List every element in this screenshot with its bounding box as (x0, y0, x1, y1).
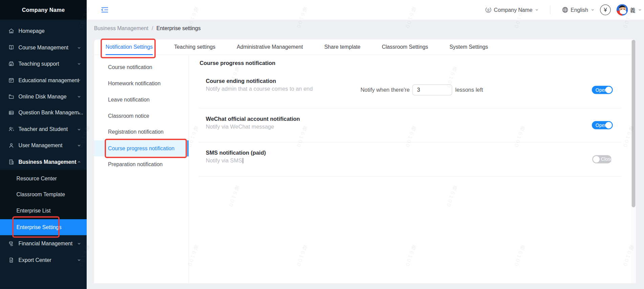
tab-administrative-management[interactable]: Administrative Management (237, 39, 303, 54)
sidebar-item-financial-management[interactable]: Financial Management (0, 235, 87, 251)
tab-classroom-settings[interactable]: Classroom Settings (382, 39, 428, 54)
sidebar-item-label: Online Disk Manage (19, 93, 67, 99)
sidebar-item-label: User Management (19, 142, 63, 149)
sidebar-logo: Company Name (0, 0, 87, 20)
avatar (617, 4, 628, 16)
subnav-label: Homework notification (108, 80, 160, 86)
text-cursor (242, 158, 243, 163)
enterprise-icon: 企 (485, 6, 492, 13)
toggle-knob (605, 86, 612, 93)
subnav-label: Course notification (108, 64, 152, 70)
notification-content: Course progress notification Course endi… (189, 55, 636, 283)
subnav-label: Preparation notification (108, 161, 163, 168)
sidebar-item-label: Export Center (19, 257, 51, 263)
tab-system-settings[interactable]: System Settings (450, 39, 488, 54)
setting-title: SMS notification (paid) (198, 142, 621, 156)
sidebar-subitem-label: Resource Center (17, 175, 57, 181)
language-selector[interactable]: English (562, 6, 594, 13)
sidebar-item-label: Teacher and Student (19, 126, 68, 132)
chevron-down-icon (77, 79, 81, 82)
scrollbar-track (631, 39, 636, 283)
tab-label: System Settings (450, 44, 488, 50)
notify-prefix-label: Notify when there're (361, 87, 410, 93)
breadcrumb-separator: / (152, 25, 153, 31)
sidebar-item-label: Homepage (19, 28, 45, 34)
chevron-down-icon (77, 242, 81, 246)
sidebar-subitem-label: Enterprise List (17, 208, 51, 214)
setting-title: Course ending notification (198, 71, 621, 84)
subnav-label: Course progress notification (108, 145, 174, 151)
setting-row-wechat: WeChat official account notification Not… (198, 108, 621, 142)
sidebar-item-teaching-support[interactable]: Teaching support (0, 55, 87, 72)
sidebar-menu: Homepage Course Management Teaching supp… (0, 20, 87, 268)
sidebar-item-label: Course Management (19, 44, 68, 50)
sidebar-item-user-management[interactable]: User Management (0, 137, 87, 154)
tab-label: Classroom Settings (382, 44, 428, 50)
breadcrumb-current: Enterprise settings (156, 25, 201, 31)
teaching-support-icon (8, 61, 14, 67)
wechat-toggle[interactable]: Open (592, 121, 613, 129)
globe-icon (562, 6, 568, 13)
subnav-course-notification[interactable]: Course notification (94, 59, 189, 75)
setting-row-course-ending: Course ending notification Notify admin … (198, 71, 621, 108)
tab-share-template[interactable]: Share template (324, 39, 361, 54)
sidebar-subitem-classroom-template[interactable]: Classroom Template (0, 186, 87, 203)
subnav-leave-notification[interactable]: Leave notification (94, 92, 189, 108)
business-management-submenu: Resource Center Classroom Template Enter… (0, 170, 87, 235)
financial-management-icon (8, 241, 14, 247)
setting-subtitle: Notify via WeChat message (198, 122, 621, 130)
toggle-knob (593, 156, 600, 162)
sidebar-item-label: Educational management (19, 77, 79, 83)
course-management-icon (8, 44, 14, 50)
currency-button[interactable]: ¥ (600, 4, 611, 15)
notify-suffix-label: lessons left (455, 87, 483, 93)
export-center-icon (8, 257, 14, 263)
sidebar-item-educational-management[interactable]: Educational management (0, 72, 87, 88)
company-switcher[interactable]: 企 Company Name (485, 6, 539, 13)
tab-label: Administrative Management (237, 44, 303, 50)
tab-label: Teaching settings (174, 44, 215, 50)
sidebar-item-course-management[interactable]: Course Management (0, 39, 87, 55)
setting-subtitle: Notify via SMS (198, 156, 621, 164)
content-heading: Course progress notification (198, 55, 621, 72)
lessons-left-input[interactable] (412, 84, 452, 95)
header-divider (550, 5, 551, 15)
chevron-down-icon (77, 111, 81, 115)
chevron-down-icon (77, 258, 81, 262)
sidebar-item-online-disk-manage[interactable]: Online Disk Manage (0, 88, 87, 105)
subnav-label: Leave notification (108, 96, 150, 103)
subnav-registration-notification[interactable]: Registration notification (94, 124, 189, 140)
tab-teaching-settings[interactable]: Teaching settings (174, 39, 215, 54)
sidebar-subitem-enterprise-settings[interactable]: Enterprise Settings (0, 219, 87, 235)
sidebar-item-export-center[interactable]: Export Center (0, 252, 87, 268)
chevron-down-icon (591, 8, 595, 12)
sidebar-subitem-resource-center[interactable]: Resource Center (0, 170, 87, 186)
user-menu[interactable]: 義 (617, 4, 642, 16)
sidebar-item-homepage[interactable]: Homepage (0, 23, 87, 39)
menu-fold-icon[interactable] (101, 7, 108, 13)
subnav-preparation-notification[interactable]: Preparation notification (94, 156, 189, 173)
subnav-classroom-notice[interactable]: Classroom notice (94, 108, 189, 124)
chevron-up-icon (77, 160, 81, 164)
chevron-down-icon (77, 128, 81, 131)
sidebar-subitem-label: Enterprise Settings (17, 224, 62, 230)
chevron-down-icon (77, 46, 81, 49)
sms-toggle[interactable]: Close (592, 155, 611, 163)
sidebar-subitem-enterprise-list[interactable]: Enterprise List (0, 203, 87, 219)
breadcrumb-parent[interactable]: Business Management (94, 25, 148, 31)
tab-label: Share template (324, 44, 361, 50)
notification-subnav: Course notification Homework notificatio… (94, 55, 189, 283)
sidebar-item-question-bank-management[interactable]: Question Bank Managem... (0, 105, 87, 121)
subnav-homework-notification[interactable]: Homework notification (94, 75, 189, 92)
scrollbar-thumb[interactable] (632, 40, 636, 207)
subnav-course-progress-notification[interactable]: Course progress notification (94, 140, 189, 156)
course-ending-toggle[interactable]: Open (592, 86, 613, 94)
teacher-student-icon (8, 126, 14, 132)
sidebar-item-business-management[interactable]: Business Management (0, 154, 87, 170)
settings-card: Notification Settings Teaching settings … (94, 39, 636, 283)
top-header: 企 Company Name English ¥ 義 (87, 0, 644, 20)
sidebar-item-teacher-and-student[interactable]: Teacher and Student (0, 121, 87, 137)
business-management-icon (8, 159, 14, 165)
sidebar-subitem-label: Classroom Template (17, 192, 65, 198)
tab-notification-settings[interactable]: Notification Settings (106, 39, 153, 54)
